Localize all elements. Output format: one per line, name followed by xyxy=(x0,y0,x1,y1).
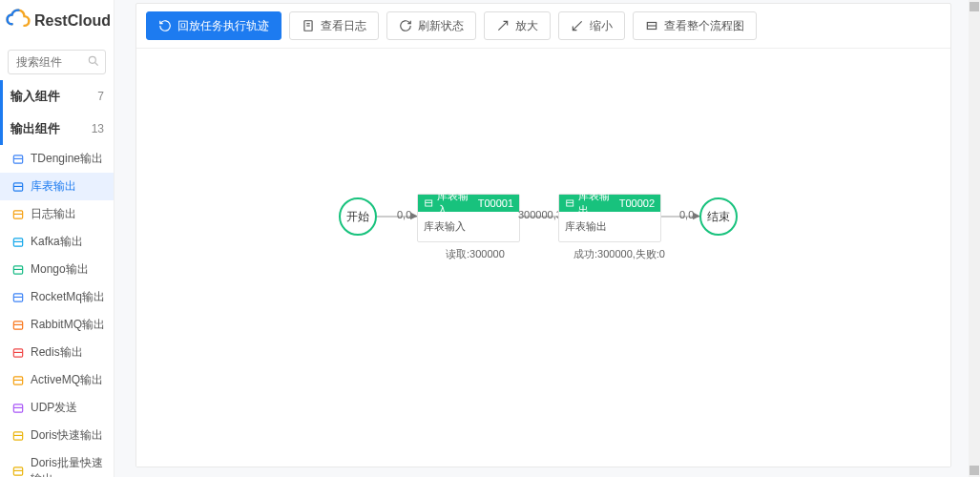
edge-label-end: 0,0 xyxy=(679,209,694,220)
net-icon xyxy=(11,402,25,415)
main-area: 回放任务执行轨迹 查看日志 刷新状态 放大 缩小 xyxy=(115,0,969,477)
component-item[interactable]: Doris批量快速输出 xyxy=(0,449,114,477)
doc-icon xyxy=(11,208,25,221)
cache-icon xyxy=(11,346,25,360)
scroll-arrow-up-icon[interactable] xyxy=(970,2,979,11)
group-count: 7 xyxy=(97,90,104,103)
component-item-label: TDengine输出 xyxy=(31,151,103,167)
toolbar: 回放任务执行轨迹 查看日志 刷新状态 放大 缩小 xyxy=(136,4,950,48)
flow-node-output[interactable]: 库表输出 T00002 库表输出 xyxy=(558,194,661,242)
db-icon xyxy=(11,153,25,166)
sidebar: RestCloud 输入组件7输出组件13TDengine输出库表输出日志输出K… xyxy=(0,0,115,477)
component-item[interactable]: RabbitMQ输出 xyxy=(0,311,114,339)
bolt-icon xyxy=(11,465,25,477)
replay-icon xyxy=(158,19,172,32)
node-tag: T00002 xyxy=(619,197,655,209)
zoom-out-icon xyxy=(571,19,584,32)
view-full-flow-button[interactable]: 查看整个流程图 xyxy=(633,11,757,40)
group-label: 输出组件 xyxy=(10,120,60,137)
component-item[interactable]: UDP发送 xyxy=(0,394,114,422)
node-caption-input: 读取:300000 xyxy=(446,247,505,261)
component-item[interactable]: ActiveMQ输出 xyxy=(0,366,114,394)
stream-icon xyxy=(11,236,25,249)
zoom-out-button[interactable]: 缩小 xyxy=(558,11,625,40)
brand-name: RestCloud xyxy=(34,12,111,30)
zoom-in-button[interactable]: 放大 xyxy=(484,11,551,40)
msg-icon xyxy=(11,374,25,387)
component-item-label: Redis输出 xyxy=(31,344,83,361)
group-count: 13 xyxy=(92,122,104,135)
scroll-arrow-down-icon[interactable] xyxy=(970,466,979,475)
replay-button[interactable]: 回放任务执行轨迹 xyxy=(146,11,281,40)
search-icon xyxy=(87,54,100,68)
flow-panel: 回放任务执行轨迹 查看日志 刷新状态 放大 缩小 xyxy=(136,3,951,467)
component-item[interactable]: Mongo输出 xyxy=(0,256,114,283)
refresh-icon xyxy=(399,19,412,32)
component-item[interactable]: TDengine输出 xyxy=(0,145,114,173)
refresh-button[interactable]: 刷新状态 xyxy=(386,11,476,40)
brand-logo-icon xyxy=(6,9,31,33)
flow-edges xyxy=(136,49,950,467)
component-item[interactable]: RocketMq输出 xyxy=(0,283,114,311)
flow-canvas[interactable]: 开始 0,0 ▶ 库表输入 T00001 库表输入 读取:300000 300 xyxy=(136,48,950,467)
view-log-button[interactable]: 查看日志 xyxy=(289,11,379,40)
log-icon xyxy=(302,19,315,32)
msg-icon xyxy=(11,319,25,332)
node-header: 库表输出 T00002 xyxy=(559,195,660,212)
component-item-label: 库表输出 xyxy=(31,178,76,195)
component-group[interactable]: 输出组件13 xyxy=(0,113,114,145)
group-label: 输入组件 xyxy=(10,88,60,105)
node-header: 库表输入 T00001 xyxy=(418,195,519,212)
fullscreen-icon xyxy=(645,19,658,32)
component-item-label: Doris批量快速输出 xyxy=(31,455,106,477)
component-item-label: UDP发送 xyxy=(31,400,77,416)
component-item-label: ActiveMQ输出 xyxy=(31,372,103,388)
component-item[interactable]: Kafka输出 xyxy=(0,228,114,256)
table-output-icon xyxy=(565,197,574,209)
component-item-label: RabbitMQ输出 xyxy=(31,317,105,333)
component-item-label: 日志输出 xyxy=(31,206,76,222)
svg-point-0 xyxy=(89,56,95,63)
component-item[interactable]: 库表输出 xyxy=(0,173,114,200)
node-tag: T00001 xyxy=(478,197,513,209)
component-item[interactable]: Doris快速输出 xyxy=(0,422,114,449)
bolt-icon xyxy=(11,429,25,443)
component-tree: 输入组件7输出组件13TDengine输出库表输出日志输出Kafka输出Mong… xyxy=(0,80,114,477)
component-item-label: Mongo输出 xyxy=(31,261,89,278)
table-input-icon xyxy=(424,197,433,209)
svg-line-32 xyxy=(573,21,581,30)
component-group[interactable]: 输入组件7 xyxy=(0,80,114,113)
component-item[interactable]: Redis输出 xyxy=(0,339,114,366)
end-node[interactable]: 结束 xyxy=(699,197,738,236)
component-item-label: RocketMq输出 xyxy=(31,289,105,305)
component-item-label: Kafka输出 xyxy=(31,234,83,250)
leaf-icon xyxy=(11,263,25,277)
svg-line-31 xyxy=(498,21,507,30)
node-caption-output: 成功:300000,失败:0 xyxy=(573,247,665,261)
edge-label-start: 0,0 xyxy=(397,209,411,220)
svg-line-1 xyxy=(95,63,98,66)
brand: RestCloud xyxy=(0,0,114,42)
component-item-label: Doris快速输出 xyxy=(31,427,103,444)
db-icon xyxy=(11,180,25,194)
flow-node-input[interactable]: 库表输入 T00001 库表输入 xyxy=(417,194,520,242)
rocket-icon xyxy=(11,291,25,304)
zoom-in-icon xyxy=(496,19,510,32)
component-item[interactable]: 日志输出 xyxy=(0,200,114,228)
main-scrollbar[interactable] xyxy=(969,0,980,477)
start-node[interactable]: 开始 xyxy=(339,197,377,236)
